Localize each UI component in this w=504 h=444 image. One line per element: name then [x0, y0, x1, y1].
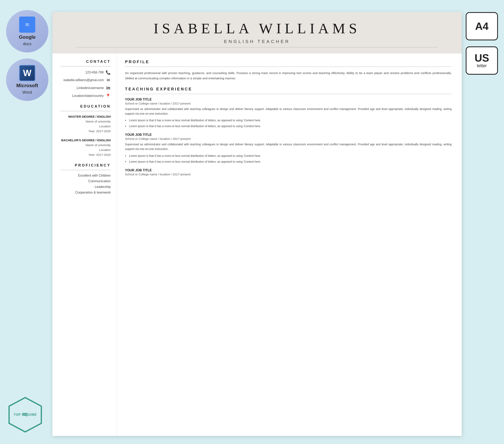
proficiency-item-2: Communication	[60, 179, 111, 183]
microsoft-label-main: Microsoft	[16, 83, 38, 88]
job-subtitle-3: School or College name / location / 2017…	[125, 173, 451, 176]
location-icon: 📍	[106, 94, 111, 98]
teaching-section-title: TEACHING EXPERIENCE	[125, 87, 451, 91]
contact-phone: 123-456-789 📞	[60, 70, 111, 75]
contact-email: isabella.williams@gmai.com ✉	[60, 78, 111, 82]
job-bullet-2-1: Lorem Ipsum is that it has a more-or-les…	[125, 154, 451, 158]
a4-format-badge: A4	[466, 12, 498, 40]
header-divider	[77, 47, 437, 47]
google-docs-icon	[19, 17, 35, 33]
job-block-2: YOUR JOB TITLE School or College name / …	[125, 133, 451, 164]
job-title-2: YOUR JOB TITLE	[125, 133, 451, 137]
svg-rect-2	[23, 414, 27, 415]
phone-text: 123-456-789	[85, 71, 104, 74]
job-description-2: Supervised as administrator and collabor…	[125, 142, 451, 151]
hexagon-content: TOP RESUME	[14, 413, 37, 417]
right-column: PROFILE An organized professional with p…	[117, 54, 462, 436]
email-text: isabella.williams@gmai.com	[64, 78, 104, 82]
job-description-1: Supervised as administrator and collabor…	[125, 107, 451, 116]
microsoft-label-sub: Word	[22, 90, 32, 95]
university-1: Name of university	[60, 119, 111, 124]
email-icon: ✉	[106, 78, 111, 82]
us-letter-format-badge: US letter	[466, 46, 498, 75]
resume-body: CONTACT 123-456-789 📞 isabella.williams@…	[53, 54, 462, 436]
education-block-1: MASTER DEGREE / ENGLISH Name of universi…	[60, 115, 111, 134]
linkedin-icon: in	[106, 85, 111, 91]
education-block-2: BACHELOR'S DEGREE / ENGLISH Name of univ…	[60, 138, 111, 157]
resume-header: ISABELLA WILLIAMS ENGLISH TEACHER	[53, 12, 462, 54]
contact-divider	[60, 66, 111, 66]
resume-container: ISABELLA WILLIAMS ENGLISH TEACHER CONTAC…	[53, 12, 462, 436]
google-label-main: Google	[19, 34, 36, 40]
job-bullet-2-2: Lorem Ipsum is that it has a more-or-les…	[125, 159, 451, 164]
hexagon-shape: TOP RESUME	[6, 396, 44, 434]
location-1: Location	[60, 124, 111, 129]
education-divider	[60, 111, 111, 111]
google-label-sub: docs	[23, 41, 32, 46]
teaching-divider	[125, 94, 451, 94]
job-bullet-1-1: Lorem Ipsum is that it has a more-or-les…	[125, 118, 451, 123]
linkedin-text: Linkedin/username	[77, 86, 104, 90]
a4-label: A4	[475, 21, 488, 32]
job-subtitle-2: School or College name / location / 2017…	[125, 137, 451, 140]
degree-1: MASTER DEGREE / ENGLISH	[60, 115, 111, 118]
format-badges-container: A4 US letter	[466, 12, 498, 75]
svg-rect-3	[23, 415, 26, 416]
proficiency-section: PROFICIENCY Excellent with Children Comm…	[60, 163, 111, 194]
us-label: US	[475, 53, 489, 63]
google-docs-badge: Google docs	[6, 10, 48, 53]
year-2: Year: 2017-2020	[60, 152, 111, 157]
university-2: Name of university	[60, 143, 111, 148]
proficiency-item-1: Excellent with Children	[60, 174, 111, 177]
svg-rect-1	[23, 413, 27, 414]
degree-2: BACHELOR'S DEGREE / ENGLISH	[60, 138, 111, 142]
job-bullet-1-2: Lorem Ipsum is that it has a more-or-les…	[125, 124, 451, 129]
left-column: CONTACT 123-456-789 📞 isabella.williams@…	[53, 54, 117, 436]
location-2: Location	[60, 148, 111, 152]
education-section: EDUCATION MASTER DEGREE / ENGLISH Name o…	[60, 104, 111, 157]
proficiency-item-3: Leadership	[60, 185, 111, 189]
profile-text: An organized professional with proven te…	[125, 70, 451, 81]
microsoft-word-badge: Microsoft Word	[6, 58, 48, 101]
resume-title: ENGLISH TEACHER	[65, 39, 450, 44]
svg-marker-4	[26, 415, 27, 417]
badges-container: Google docs Microsoft Word	[6, 10, 48, 101]
education-section-title: EDUCATION	[60, 104, 111, 109]
job-subtitle-1: School or College name / location / 2017…	[125, 102, 451, 105]
year-1: Year: 2017-2020	[60, 129, 111, 134]
job-title-3: YOUR JOB TITLE	[125, 169, 451, 172]
letter-label: letter	[477, 63, 487, 68]
phone-icon: 📞	[106, 70, 111, 75]
contact-linkedin: Linkedin/username in	[60, 85, 111, 91]
microsoft-word-icon	[19, 65, 35, 81]
job-block-3: YOUR JOB TITLE School or College name / …	[125, 169, 451, 176]
proficiency-section-title: PROFICIENCY	[60, 163, 111, 168]
job-block-1: YOUR JOB TITLE School or College name / …	[125, 98, 451, 129]
resume-name: ISABELLA WILLIAMS	[65, 20, 450, 37]
location-text: Location/state/country	[72, 94, 104, 98]
profile-divider	[125, 67, 451, 67]
profile-section-title: PROFILE	[125, 59, 451, 64]
contact-location: Location/state/country 📍	[60, 94, 111, 98]
job-title-1: YOUR JOB TITLE	[125, 98, 451, 101]
top-resume-badge: TOP RESUME	[6, 396, 46, 436]
contact-section-title: CONTACT	[60, 59, 111, 64]
proficiency-item-4: Cooperation & teamwork	[60, 191, 111, 194]
